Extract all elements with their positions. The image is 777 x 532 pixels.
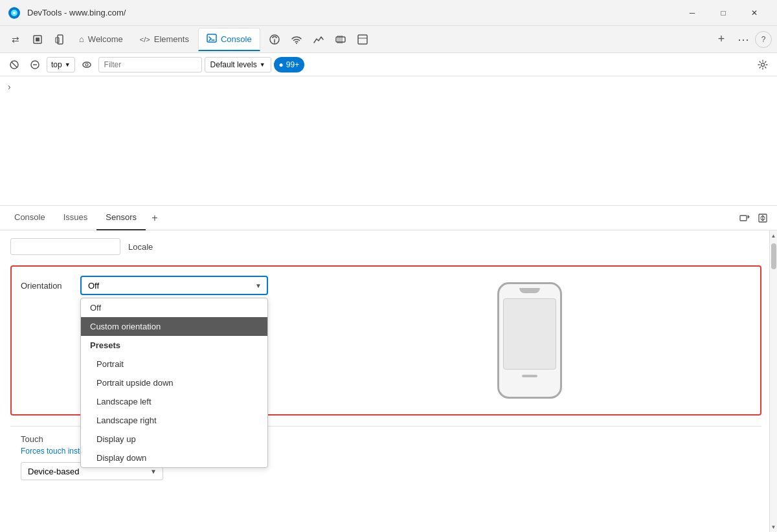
dropdown-item-landscape-left[interactable]: Landscape left — [81, 392, 267, 411]
console-icon — [207, 33, 217, 45]
dropdown-item-landscape-right[interactable]: Landscape right — [81, 411, 267, 430]
console-output: › — [0, 76, 777, 206]
add-panel-button[interactable]: + — [146, 209, 164, 227]
bottom-panel: Console Issues Sensors + — [0, 206, 777, 532]
phone-button — [522, 375, 537, 377]
performance-icon-button[interactable] — [308, 29, 329, 50]
add-tab-button[interactable]: + — [711, 29, 732, 50]
main-area: › Console Issues Sensors + — [0, 76, 777, 532]
dropdown-arrow-icon: ▼ — [65, 61, 71, 68]
locale-row: Locale — [10, 238, 761, 255]
memory-icon-button[interactable] — [330, 29, 351, 50]
console-toolbar: top ▼ Default levels ▼ ● 99+ — [0, 53, 777, 76]
dropdown-group-presets: Presets — [81, 336, 267, 355]
dropdown-item-display-up[interactable]: Display up — [81, 430, 267, 449]
close-button[interactable]: ✕ — [739, 3, 769, 23]
locale-label: Locale — [128, 242, 153, 252]
dropdown-item-portrait[interactable]: Portrait — [81, 355, 267, 373]
orientation-dropdown: Off Custom orientation Presets — [80, 298, 268, 468]
phone-notch — [519, 288, 540, 293]
scrollbar[interactable]: ▲ ▼ — [769, 230, 777, 532]
default-levels-button[interactable]: Default levels ▼ — [205, 57, 271, 72]
scroll-down-button[interactable]: ▼ — [770, 522, 778, 532]
undock-button[interactable] — [736, 209, 754, 227]
wifi-icon-button[interactable] — [286, 29, 307, 50]
window-controls: ─ □ ✕ — [677, 3, 769, 23]
dropdown-item-display-down[interactable]: Display down — [81, 449, 267, 467]
sensors-panel-content: Locale Orientation Off Cus — [0, 230, 777, 532]
settings-button[interactable] — [754, 56, 772, 74]
svg-point-2 — [13, 12, 16, 14]
svg-rect-23 — [358, 35, 367, 44]
panel-tab-issues[interactable]: Issues — [54, 206, 97, 230]
scroll-up-button[interactable]: ▲ — [770, 230, 778, 241]
main-tabbar: ⇄ ⌂ Welcome </> Elements Console — [0, 26, 777, 53]
svg-rect-13 — [336, 37, 345, 42]
orientation-section: Orientation Off Custom orientation Portr… — [10, 265, 761, 416]
levels-arrow-icon: ▼ — [260, 61, 265, 68]
filter-input[interactable] — [98, 57, 202, 72]
panel-tab-sensors[interactable]: Sensors — [96, 206, 146, 230]
context-selector[interactable]: top ▼ — [47, 57, 75, 72]
dropdown-item-off[interactable]: Off — [81, 298, 267, 317]
svg-rect-7 — [207, 34, 216, 42]
orientation-select-wrapper: Off Custom orientation Portrait Portrait… — [80, 276, 268, 295]
maximize-button[interactable]: □ — [708, 3, 738, 23]
inspect-button[interactable] — [27, 29, 48, 50]
clear-button-2[interactable] — [26, 56, 44, 74]
orientation-controls: Orientation Off Custom orientation Portr… — [21, 276, 293, 405]
clear-console-button[interactable] — [5, 56, 23, 74]
tab-elements[interactable]: </> Elements — [132, 28, 197, 51]
device-toggle-button[interactable] — [49, 29, 70, 50]
window-title: DevTools - www.bing.com/ — [27, 8, 677, 17]
error-badge[interactable]: ● 99+ — [274, 57, 305, 72]
scroll-thumb[interactable] — [771, 243, 776, 269]
debug-icon-button[interactable] — [264, 29, 285, 50]
svg-point-12 — [296, 43, 297, 44]
svg-line-26 — [12, 62, 17, 67]
help-button[interactable]: ? — [755, 31, 772, 48]
svg-rect-4 — [36, 38, 39, 41]
dropdown-item-custom[interactable]: Custom orientation — [81, 317, 267, 336]
phone-screen — [503, 298, 556, 370]
minimize-button[interactable]: ─ — [677, 3, 707, 23]
app-logo — [8, 6, 21, 19]
elements-icon: </> — [140, 36, 150, 43]
titlebar: DevTools - www.bing.com/ ─ □ ✕ — [0, 0, 777, 26]
tab-console[interactable]: Console — [198, 28, 260, 51]
tab-welcome[interactable]: ⌂ Welcome — [71, 28, 131, 51]
devtools-toggle-button[interactable]: ⇄ — [5, 29, 26, 50]
dropdown-item-portrait-down[interactable]: Portrait upside down — [81, 373, 267, 392]
eye-button[interactable] — [78, 56, 96, 74]
panel-tab-console[interactable]: Console — [5, 206, 54, 230]
more-options-button[interactable]: ⋯ — [733, 29, 754, 50]
svg-point-29 — [83, 62, 91, 67]
badge-icon: ● — [279, 60, 284, 69]
phone-shape — [497, 282, 562, 399]
orientation-label: Orientation — [21, 281, 73, 291]
svg-point-31 — [761, 63, 765, 66]
panel-tabs: Console Issues Sensors + — [0, 206, 777, 230]
move-panel-button[interactable] — [754, 209, 772, 227]
orientation-select[interactable]: Off Custom orientation Portrait Portrait… — [80, 276, 268, 295]
application-icon-button[interactable] — [352, 29, 373, 50]
home-icon: ⌂ — [79, 34, 84, 44]
svg-rect-32 — [740, 216, 747, 221]
orientation-row: Orientation Off Custom orientation Portr… — [21, 276, 293, 295]
svg-point-30 — [85, 63, 88, 66]
svg-point-11 — [274, 42, 275, 43]
locale-input[interactable] — [10, 238, 120, 255]
phone-illustration — [308, 276, 751, 405]
console-chevron[interactable]: › — [8, 82, 11, 92]
